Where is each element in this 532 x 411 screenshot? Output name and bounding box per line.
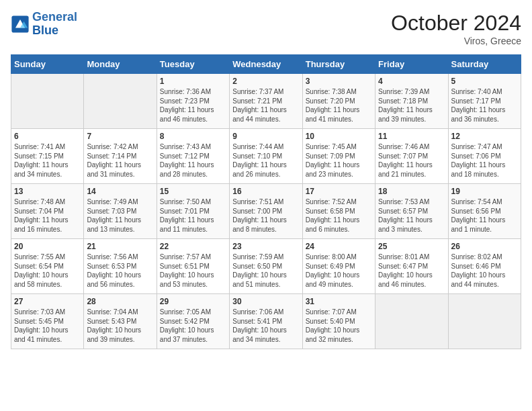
day-number: 15 — [160, 187, 226, 196]
day-info: Sunrise: 8:00 AMSunset: 6:49 PMDaylight:… — [306, 253, 372, 289]
day-cell: 20Sunrise: 7:55 AMSunset: 6:54 PMDayligh… — [11, 239, 84, 294]
day-cell: 16Sunrise: 7:51 AMSunset: 7:00 PMDayligh… — [230, 184, 302, 239]
title-block: October 2024 Viros, Greece — [391, 11, 521, 46]
day-info: Sunrise: 7:45 AMSunset: 7:09 PMDaylight:… — [306, 142, 372, 179]
day-cell: 23Sunrise: 7:59 AMSunset: 6:50 PMDayligh… — [230, 239, 302, 294]
day-cell: 1Sunrise: 7:36 AMSunset: 7:23 PMDaylight… — [157, 74, 229, 129]
day-info: Sunrise: 7:44 AMSunset: 7:10 PMDaylight:… — [232, 142, 299, 179]
logo: General Blue — [11, 11, 77, 38]
day-info: Sunrise: 7:50 AMSunset: 7:01 PMDaylight:… — [160, 197, 226, 234]
day-cell: 10Sunrise: 7:45 AMSunset: 7:09 PMDayligh… — [302, 129, 375, 184]
day-cell: 9Sunrise: 7:44 AMSunset: 7:10 PMDaylight… — [230, 129, 302, 184]
day-cell: 28Sunrise: 7:04 AMSunset: 5:43 PMDayligh… — [84, 294, 157, 349]
day-info: Sunrise: 8:01 AMSunset: 6:47 PMDaylight:… — [378, 253, 445, 289]
day-number: 17 — [306, 187, 372, 196]
day-number: 7 — [87, 132, 153, 141]
day-number: 1 — [160, 77, 226, 86]
day-number: 30 — [232, 297, 299, 306]
day-info: Sunrise: 7:56 AMSunset: 6:53 PMDaylight:… — [87, 253, 153, 289]
day-cell: 27Sunrise: 7:03 AMSunset: 5:45 PMDayligh… — [11, 294, 84, 349]
day-cell — [448, 294, 521, 349]
day-info: Sunrise: 7:42 AMSunset: 7:14 PMDaylight:… — [87, 142, 153, 179]
location: Viros, Greece — [391, 36, 521, 46]
day-cell: 6Sunrise: 7:41 AMSunset: 7:15 PMDaylight… — [11, 129, 84, 184]
day-cell: 31Sunrise: 7:07 AMSunset: 5:40 PMDayligh… — [302, 294, 375, 349]
header-row: SundayMondayTuesdayWednesdayThursdayFrid… — [11, 55, 521, 74]
day-cell: 26Sunrise: 8:02 AMSunset: 6:46 PMDayligh… — [448, 239, 521, 294]
day-number: 16 — [232, 187, 299, 196]
day-info: Sunrise: 8:02 AMSunset: 6:46 PMDaylight:… — [451, 253, 518, 289]
day-cell — [11, 74, 84, 129]
day-number: 27 — [14, 297, 81, 306]
week-row-3: 20Sunrise: 7:55 AMSunset: 6:54 PMDayligh… — [11, 239, 521, 294]
day-info: Sunrise: 7:54 AMSunset: 6:56 PMDaylight:… — [451, 197, 518, 234]
day-info: Sunrise: 7:48 AMSunset: 7:04 PMDaylight:… — [14, 197, 81, 234]
day-info: Sunrise: 7:36 AMSunset: 7:23 PMDaylight:… — [160, 87, 226, 124]
header-cell-friday: Friday — [375, 55, 448, 74]
day-cell: 3Sunrise: 7:38 AMSunset: 7:20 PMDaylight… — [302, 74, 375, 129]
day-cell: 19Sunrise: 7:54 AMSunset: 6:56 PMDayligh… — [448, 184, 521, 239]
day-number: 13 — [14, 187, 81, 196]
day-number: 20 — [14, 242, 81, 251]
calendar-body: 1Sunrise: 7:36 AMSunset: 7:23 PMDaylight… — [11, 74, 521, 349]
day-cell: 7Sunrise: 7:42 AMSunset: 7:14 PMDaylight… — [84, 129, 157, 184]
logo-blue: Blue — [32, 24, 58, 37]
week-row-0: 1Sunrise: 7:36 AMSunset: 7:23 PMDaylight… — [11, 74, 521, 129]
day-info: Sunrise: 7:07 AMSunset: 5:40 PMDaylight:… — [306, 308, 372, 344]
day-number: 29 — [160, 297, 226, 306]
day-cell: 17Sunrise: 7:52 AMSunset: 6:58 PMDayligh… — [302, 184, 375, 239]
header-cell-thursday: Thursday — [302, 55, 375, 74]
day-info: Sunrise: 7:40 AMSunset: 7:17 PMDaylight:… — [451, 87, 518, 124]
day-info: Sunrise: 7:46 AMSunset: 7:07 PMDaylight:… — [378, 142, 445, 179]
day-cell: 2Sunrise: 7:37 AMSunset: 7:21 PMDaylight… — [230, 74, 302, 129]
day-cell — [375, 294, 448, 349]
day-number: 18 — [378, 187, 445, 196]
day-cell: 21Sunrise: 7:56 AMSunset: 6:53 PMDayligh… — [84, 239, 157, 294]
day-number: 2 — [232, 77, 299, 86]
day-number: 8 — [160, 132, 226, 141]
header-cell-wednesday: Wednesday — [230, 55, 302, 74]
calendar-table: SundayMondayTuesdayWednesdayThursdayFrid… — [11, 54, 521, 349]
day-number: 4 — [378, 77, 445, 86]
day-info: Sunrise: 7:51 AMSunset: 7:00 PMDaylight:… — [232, 197, 299, 234]
day-number: 14 — [87, 187, 153, 196]
calendar-header: SundayMondayTuesdayWednesdayThursdayFrid… — [11, 55, 521, 74]
week-row-1: 6Sunrise: 7:41 AMSunset: 7:15 PMDaylight… — [11, 129, 521, 184]
day-number: 11 — [378, 132, 445, 141]
day-cell: 14Sunrise: 7:49 AMSunset: 7:03 PMDayligh… — [84, 184, 157, 239]
day-cell: 30Sunrise: 7:06 AMSunset: 5:41 PMDayligh… — [230, 294, 302, 349]
header-cell-tuesday: Tuesday — [157, 55, 229, 74]
day-number: 9 — [232, 132, 299, 141]
day-info: Sunrise: 7:59 AMSunset: 6:50 PMDaylight:… — [232, 253, 299, 289]
day-info: Sunrise: 7:55 AMSunset: 6:54 PMDaylight:… — [14, 253, 81, 289]
logo-general: General — [32, 10, 77, 24]
month-title: October 2024 — [391, 11, 521, 36]
day-cell: 11Sunrise: 7:46 AMSunset: 7:07 PMDayligh… — [375, 129, 448, 184]
logo-icon — [11, 15, 30, 34]
day-info: Sunrise: 7:53 AMSunset: 6:57 PMDaylight:… — [378, 197, 445, 234]
day-info: Sunrise: 7:06 AMSunset: 5:41 PMDaylight:… — [232, 308, 299, 344]
day-cell: 5Sunrise: 7:40 AMSunset: 7:17 PMDaylight… — [448, 74, 521, 129]
day-number: 10 — [306, 132, 372, 141]
day-number: 31 — [306, 297, 372, 306]
day-info: Sunrise: 7:47 AMSunset: 7:06 PMDaylight:… — [451, 142, 518, 179]
day-number: 5 — [451, 77, 518, 86]
day-number: 3 — [306, 77, 372, 86]
day-cell: 8Sunrise: 7:43 AMSunset: 7:12 PMDaylight… — [157, 129, 229, 184]
day-cell: 13Sunrise: 7:48 AMSunset: 7:04 PMDayligh… — [11, 184, 84, 239]
day-number: 23 — [232, 242, 299, 251]
day-cell: 15Sunrise: 7:50 AMSunset: 7:01 PMDayligh… — [157, 184, 229, 239]
week-row-2: 13Sunrise: 7:48 AMSunset: 7:04 PMDayligh… — [11, 184, 521, 239]
day-info: Sunrise: 7:43 AMSunset: 7:12 PMDaylight:… — [160, 142, 226, 179]
day-number: 25 — [378, 242, 445, 251]
day-info: Sunrise: 7:05 AMSunset: 5:42 PMDaylight:… — [160, 308, 226, 344]
day-number: 28 — [87, 297, 153, 306]
day-info: Sunrise: 7:52 AMSunset: 6:58 PMDaylight:… — [306, 197, 372, 234]
day-number: 26 — [451, 242, 518, 251]
day-info: Sunrise: 7:37 AMSunset: 7:21 PMDaylight:… — [232, 87, 299, 124]
day-info: Sunrise: 7:04 AMSunset: 5:43 PMDaylight:… — [87, 308, 153, 344]
day-cell: 24Sunrise: 8:00 AMSunset: 6:49 PMDayligh… — [302, 239, 375, 294]
day-info: Sunrise: 7:38 AMSunset: 7:20 PMDaylight:… — [306, 87, 372, 124]
day-number: 22 — [160, 242, 226, 251]
day-cell: 18Sunrise: 7:53 AMSunset: 6:57 PMDayligh… — [375, 184, 448, 239]
